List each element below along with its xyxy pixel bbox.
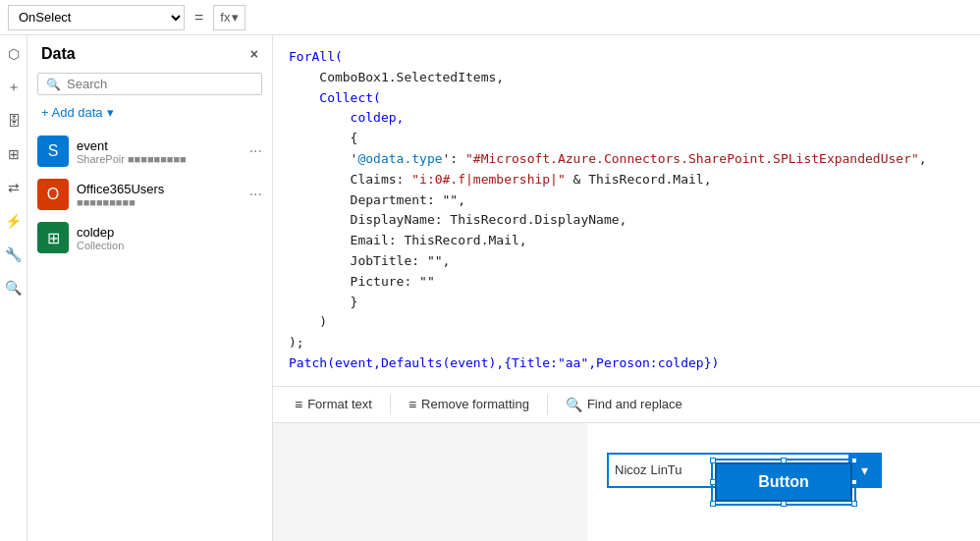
formula-select[interactable]: OnSelect	[8, 5, 185, 30]
format-text-button[interactable]: ≡ Format text	[285, 393, 382, 416]
add-data-label: + Add data	[41, 105, 103, 120]
fx-button[interactable]: fx ▾	[213, 5, 245, 30]
sharepoint-icon: S	[37, 135, 69, 167]
code-line-3: Collect(	[289, 88, 964, 109]
remove-formatting-label: Remove formatting	[421, 397, 529, 411]
chevron-down-icon: ▾	[232, 10, 239, 25]
code-line-15: );	[289, 333, 964, 353]
fx-label: fx	[220, 10, 230, 25]
combobox-tag-2: LinTu	[651, 462, 682, 477]
code-line-5: {	[289, 129, 964, 149]
code-line-8: Department: "",	[289, 190, 964, 211]
branches-icon[interactable]: ⇄	[3, 177, 25, 198]
combobox-tag-1: Nicoz	[615, 462, 647, 477]
combobox-arrow[interactable]: ▾	[848, 455, 880, 486]
button-label: Button	[758, 473, 809, 491]
find-replace-label: Find and replace	[587, 397, 682, 411]
toolbar-separator-2	[547, 395, 548, 414]
search-box: 🔍	[37, 73, 262, 95]
data-item-coldep-name: coldep	[77, 225, 262, 240]
database-icon[interactable]: 🗄	[3, 110, 25, 132]
sidebar-close-button[interactable]: ×	[250, 46, 258, 62]
data-item-coldep[interactable]: ⊞ coldep Collection	[27, 216, 272, 259]
wrench-icon[interactable]: 🔧	[3, 243, 25, 265]
data-item-office-sub: ■■■■■■■■■	[77, 196, 242, 208]
data-item-event[interactable]: S event SharePoir ■■■■■■■■■ ···	[27, 130, 272, 173]
plus-icon[interactable]: ＋	[3, 77, 25, 98]
data-item-office-more[interactable]: ···	[249, 186, 262, 203]
code-editor[interactable]: ForAll( ComboBox1.SelectedItems, Collect…	[273, 35, 980, 386]
toolbar-separator-1	[390, 395, 391, 414]
code-line-13: }	[289, 293, 964, 313]
chevron-down-icon: ▾	[107, 105, 114, 120]
collection-icon: ⊞	[37, 222, 69, 253]
code-line-9: DisplayName: ThisRecord.DisplayName,	[289, 210, 964, 231]
equals-sign: =	[191, 9, 207, 27]
canvas-area[interactable]: Nicoz LinTu ▾ Button	[273, 423, 980, 541]
add-data-button[interactable]: + Add data ▾	[37, 103, 262, 122]
remove-formatting-icon: ≡	[408, 397, 416, 412]
search-input[interactable]	[67, 77, 253, 91]
data-item-office365[interactable]: O Office365Users ■■■■■■■■■ ···	[27, 173, 272, 216]
code-line-4: coldep,	[289, 108, 964, 129]
grid-icon[interactable]: ⊞	[3, 143, 25, 165]
top-bar: OnSelect = fx ▾	[0, 0, 980, 35]
data-item-office-name: Office365Users	[77, 182, 242, 196]
icon-bar: ⬡ ＋ 🗄 ⊞ ⇄ ⚡ 🔧 🔍	[0, 35, 27, 541]
editor-toolbar: ≡ Format text ≡ Remove formatting 🔍 Find…	[273, 386, 980, 423]
data-item-event-name: event	[77, 138, 242, 153]
sidebar: Data × 🔍 + Add data ▾ S event SharePoir …	[27, 35, 273, 541]
office-icon: O	[37, 179, 69, 210]
format-text-label: Format text	[307, 397, 372, 411]
remove-formatting-button[interactable]: ≡ Remove formatting	[399, 393, 539, 416]
search-sidebar-icon[interactable]: 🔍	[3, 277, 25, 298]
code-line-7: Claims: "i:0#.f|membership|" & ThisRecor…	[289, 170, 964, 190]
code-line-10: Email: ThisRecord.Mail,	[289, 231, 964, 251]
code-line-2: ComboBox1.SelectedItems,	[289, 68, 964, 88]
sidebar-title-text: Data	[41, 45, 76, 63]
sidebar-title: Data ×	[27, 45, 272, 73]
code-line-14: )	[289, 312, 964, 333]
layers-icon[interactable]: ⬡	[3, 43, 25, 65]
find-replace-button[interactable]: 🔍 Find and replace	[556, 393, 692, 416]
find-replace-icon: 🔍	[566, 397, 582, 412]
code-line-16: Patch(event,Defaults(event),{Title:"aa",…	[289, 353, 964, 374]
format-text-icon: ≡	[295, 397, 302, 412]
data-item-coldep-sub: Collection	[77, 240, 262, 251]
search-icon: 🔍	[46, 78, 61, 91]
plugin-icon[interactable]: ⚡	[3, 210, 25, 232]
editor-area: ForAll( ComboBox1.SelectedItems, Collect…	[273, 35, 980, 541]
data-item-event-sub: SharePoir ■■■■■■■■■	[77, 153, 242, 165]
code-line-12: Picture: ""	[289, 272, 964, 293]
data-item-event-more[interactable]: ···	[249, 142, 262, 160]
code-line-1: ForAll(	[289, 47, 964, 68]
chevron-down-icon: ▾	[861, 462, 868, 478]
code-line-6: '@odata.type': "#Microsoft.Azure.Connect…	[289, 149, 964, 170]
main-layout: ⬡ ＋ 🗄 ⊞ ⇄ ⚡ 🔧 🔍 Data × 🔍 + Add data ▾ S …	[0, 35, 980, 541]
code-line-11: JobTitle: "",	[289, 251, 964, 272]
button-control[interactable]: Button	[715, 462, 852, 502]
